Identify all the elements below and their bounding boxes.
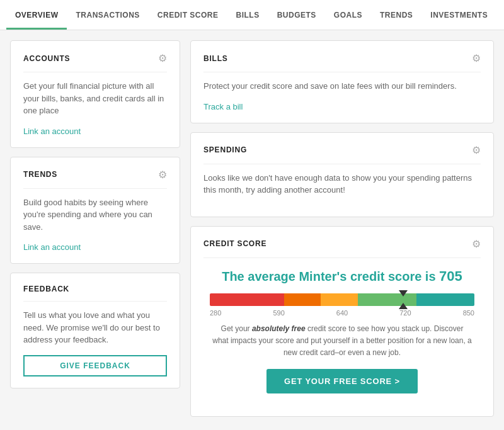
accounts-title: ACCOUNTS xyxy=(23,54,70,63)
score-label-850: 850 xyxy=(463,309,474,317)
credit-score-card: CREDIT SCORE ⚙ The average Minter's cred… xyxy=(190,226,494,417)
spending-desc: Looks like we don't have enough data to … xyxy=(203,172,481,196)
accounts-card: ACCOUNTS ⚙ Get your full financial pictu… xyxy=(10,40,180,148)
score-bar-wrapper: 280 590 640 720 850 xyxy=(210,293,474,317)
accounts-desc: Get your full financial picture with all… xyxy=(23,80,167,117)
trends-gear-icon[interactable]: ⚙ xyxy=(158,169,167,181)
spending-card: SPENDING ⚙ Looks like we don't have enou… xyxy=(190,132,494,217)
left-column: ACCOUNTS ⚙ Get your full financial pictu… xyxy=(10,40,180,417)
nav-item-transactions[interactable]: TRANSACTIONS xyxy=(67,0,148,30)
give-feedback-button[interactable]: GIVE FEEDBACK xyxy=(23,355,167,376)
feedback-card: FEEDBACK Tell us what you love and what … xyxy=(10,273,180,388)
subtext-em: absolutely free xyxy=(252,324,306,333)
accounts-gear-icon[interactable]: ⚙ xyxy=(158,52,167,64)
score-marker xyxy=(399,290,408,297)
credit-score-headline: The average Minter's credit score is 705 xyxy=(203,268,481,285)
subtext-prefix: Get your xyxy=(221,324,252,333)
bills-desc: Protect your credit score and save on la… xyxy=(203,80,481,93)
spending-title: SPENDING xyxy=(203,145,247,154)
score-label-720: 720 xyxy=(399,309,411,317)
nav-item-overview[interactable]: OVERVIEW xyxy=(6,0,67,30)
trends-card: TRENDS ⚙ Build good habits by seeing whe… xyxy=(10,157,180,264)
nav-item-budgets[interactable]: BUDGETS xyxy=(268,0,325,30)
trends-title: TRENDS xyxy=(23,170,57,179)
feedback-title: FEEDBACK xyxy=(23,285,69,293)
nav-item-credit-score[interactable]: CREDIT SCORE xyxy=(149,0,227,30)
credit-score-subtext: Get your absolutely free credit score to… xyxy=(212,323,472,359)
bills-link[interactable]: Track a bill xyxy=(203,102,243,111)
bills-title: BILLS xyxy=(203,54,228,63)
accounts-link[interactable]: Link an account xyxy=(23,127,81,136)
nav-item-investments[interactable]: INVESTMENTS xyxy=(421,0,496,30)
bills-card: BILLS ⚙ Protect your credit score and sa… xyxy=(190,40,494,123)
feedback-desc: Tell us what you love and what you need.… xyxy=(23,309,167,346)
main-content: ACCOUNTS ⚙ Get your full financial pictu… xyxy=(0,30,504,427)
trends-link[interactable]: Link an account xyxy=(23,242,81,252)
feedback-card-header: FEEDBACK xyxy=(23,285,167,293)
credit-score-value: 705 xyxy=(439,268,462,284)
get-free-score-button[interactable]: GET YOUR FREE SCORE > xyxy=(266,369,418,393)
credit-score-headline-prefix: The average Minter's credit score is xyxy=(222,269,435,283)
credit-score-card-header: CREDIT SCORE ⚙ xyxy=(203,238,481,250)
bills-gear-icon[interactable]: ⚙ xyxy=(472,52,481,64)
bills-card-header: BILLS ⚙ xyxy=(203,52,481,64)
score-bar-labels: 280 590 640 720 850 xyxy=(210,309,474,317)
nav-item-trends[interactable]: TRENDS xyxy=(371,0,421,30)
trends-card-header: TRENDS ⚙ xyxy=(23,169,167,181)
navigation: OVERVIEW TRANSACTIONS CREDIT SCORE BILLS… xyxy=(0,0,504,30)
credit-score-title: CREDIT SCORE xyxy=(203,239,266,248)
nav-item-bills[interactable]: BILLS xyxy=(227,0,268,30)
right-column: BILLS ⚙ Protect your credit score and sa… xyxy=(190,40,494,417)
nav-item-ways-to-save[interactable]: WAYS TO SAVE xyxy=(496,0,504,30)
spending-card-header: SPENDING ⚙ xyxy=(203,144,481,156)
score-label-590: 590 xyxy=(273,309,284,317)
credit-score-gear-icon[interactable]: ⚙ xyxy=(472,238,481,250)
accounts-card-header: ACCOUNTS ⚙ xyxy=(23,52,167,64)
score-label-280: 280 xyxy=(210,309,221,317)
score-marker-bottom xyxy=(399,303,408,309)
trends-desc: Build good habits by seeing where you're… xyxy=(23,196,167,234)
score-label-640: 640 xyxy=(336,309,348,317)
nav-item-goals[interactable]: GOALS xyxy=(325,0,371,30)
score-bar xyxy=(210,293,474,306)
spending-gear-icon[interactable]: ⚙ xyxy=(472,144,481,156)
